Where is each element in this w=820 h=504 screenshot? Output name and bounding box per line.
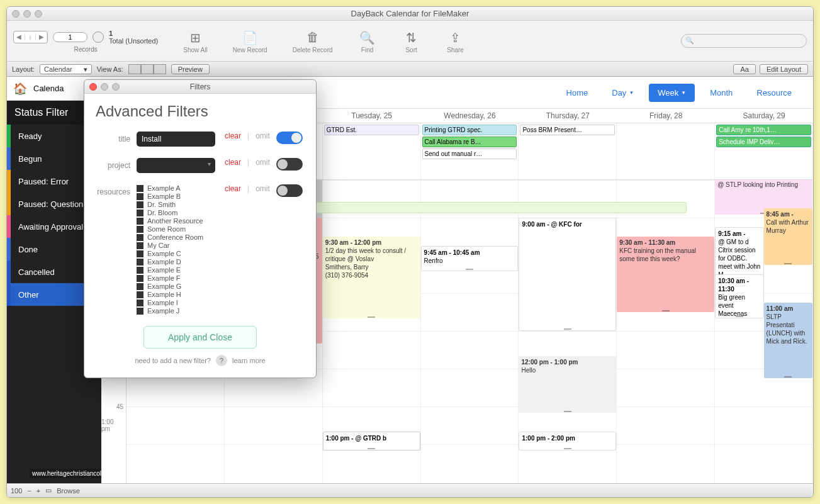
layout-select[interactable]: Calendar bbox=[40, 64, 92, 74]
resource-item[interactable]: Dr. Bloom bbox=[137, 209, 218, 216]
time-label: 45 bbox=[116, 403, 123, 410]
day-column: 9:45 am - 10:45 amRenfro bbox=[421, 180, 519, 483]
filter-row-label: project bbox=[96, 158, 130, 170]
browse-mode[interactable]: Browse bbox=[57, 487, 80, 495]
allday-event[interactable]: Schedule IMP Deliv… bbox=[716, 137, 811, 147]
aa-button[interactable]: Aa bbox=[733, 64, 755, 74]
day-header: Tuesday, 25 bbox=[323, 109, 421, 123]
share-button[interactable]: ⇪Share bbox=[446, 29, 465, 53]
day-header: Wednesday, 26 bbox=[421, 109, 519, 123]
filter-row-label: resources bbox=[96, 184, 130, 196]
calendar-event[interactable]: 11:00 amSLTP Presentati (LUNCH) with Mic… bbox=[764, 303, 812, 378]
resource-item[interactable]: Conference Room bbox=[137, 233, 218, 241]
resource-item[interactable]: Example E bbox=[137, 266, 218, 274]
day-header: Saturday, 29 bbox=[715, 109, 813, 123]
zoom-value[interactable]: 100 bbox=[11, 487, 22, 495]
allday-event[interactable]: GTRD Est. bbox=[324, 125, 419, 135]
resource-item[interactable]: Dr. Smith bbox=[137, 201, 218, 208]
calendar-event[interactable]: 9:30 am - 12:00 pm1/2 day this week to c… bbox=[323, 237, 420, 318]
show-all-button[interactable]: ⊞Show All bbox=[183, 29, 207, 53]
zoom-in-icon[interactable]: + bbox=[37, 487, 40, 495]
filter-title: Filters bbox=[84, 82, 316, 91]
day-column: 9:30 am - 11:30 amKFC training on the ma… bbox=[617, 180, 715, 483]
resource-item[interactable]: Some Room bbox=[137, 225, 218, 233]
close-icon[interactable] bbox=[12, 10, 20, 18]
traffic-lights bbox=[7, 10, 42, 18]
day-column: 9:00 am - @ KFC for12:00 pm - 1:00 pmHel… bbox=[519, 180, 617, 483]
filter-resource-list: Example AExample BDr. SmithDr. BloomAnot… bbox=[137, 184, 218, 315]
learn-more-link[interactable]: learn more bbox=[232, 357, 266, 364]
zoom-icon[interactable] bbox=[35, 10, 42, 18]
bottom-status-bar: 100 − + ▭ Browse bbox=[7, 483, 813, 497]
main-toolbar: ◀⟊▶ 1 1 Total (Unsorted) Records ⊞Show A… bbox=[7, 21, 813, 62]
allday-event[interactable]: Poss BRM Present… bbox=[520, 125, 615, 135]
filter-title-input[interactable] bbox=[137, 132, 215, 147]
filter-row-label: title bbox=[96, 132, 130, 143]
calendar-event[interactable]: 8:45 am -Call with Arthur Murray bbox=[764, 208, 812, 265]
resource-item[interactable]: Example F bbox=[137, 274, 218, 282]
nav-resource[interactable]: Resource bbox=[748, 84, 800, 102]
records-group: ◀⟊▶ 1 1 Total (Unsorted) Records bbox=[13, 30, 158, 53]
resource-item[interactable]: Example I bbox=[137, 299, 218, 306]
toggle-panel-icon[interactable]: ▭ bbox=[45, 486, 52, 495]
filter-clear[interactable]: clear bbox=[225, 184, 241, 193]
calendar-event[interactable]: 9:45 am - 10:45 amRenfro bbox=[421, 246, 519, 271]
resource-item[interactable]: Another Resource bbox=[137, 217, 218, 225]
allday-col: Call Amy re 10th,1…Schedule IMP Deliv… bbox=[715, 123, 813, 179]
resource-item[interactable]: Example D bbox=[137, 258, 218, 266]
toolbar-search[interactable] bbox=[681, 34, 807, 48]
new-record-button[interactable]: 📄New Record bbox=[233, 29, 267, 53]
window-title: DayBack Calendar for FileMaker bbox=[7, 9, 813, 18]
calendar-event[interactable]: 1:00 pm - @ GTRD b bbox=[323, 432, 420, 451]
allday-col bbox=[617, 123, 715, 179]
filter-omit-toggle[interactable] bbox=[276, 132, 303, 144]
filter-rows: title clear | omit project clear | omit … bbox=[96, 132, 305, 315]
nav-day[interactable]: Day ▼ bbox=[603, 84, 643, 102]
calendar-event[interactable]: 12:00 pm - 1:00 pmHello bbox=[519, 356, 616, 413]
resource-item[interactable]: Example H bbox=[137, 291, 218, 298]
view-as-buttons[interactable] bbox=[128, 64, 166, 74]
titlebar: DayBack Calendar for FileMaker bbox=[7, 7, 813, 21]
resource-item[interactable]: Example B bbox=[137, 193, 218, 200]
calendar-event[interactable]: 9:30 am - 11:30 amKFC training on the ma… bbox=[617, 237, 714, 312]
filter-clear[interactable]: clear bbox=[225, 132, 241, 140]
allday-event[interactable]: Send out manual r… bbox=[422, 148, 517, 159]
day-header: Friday, 28 bbox=[617, 109, 715, 123]
allday-col: GTRD Est. bbox=[323, 123, 421, 179]
allday-event[interactable]: Call Amy re 10th,1… bbox=[716, 125, 811, 135]
minimize-icon[interactable] bbox=[23, 10, 31, 18]
resource-item[interactable]: Example A bbox=[137, 184, 218, 192]
calendar-event[interactable]: 10:30 am - 11:30Big green event Maecenas… bbox=[715, 274, 763, 318]
filter-omit-label: omit bbox=[256, 132, 270, 140]
nav-week[interactable]: Week ▼ bbox=[649, 84, 695, 102]
find-button[interactable]: 🔍Find bbox=[358, 29, 377, 53]
calendar-event[interactable]: 1:00 pm - 2:00 pm bbox=[519, 432, 616, 451]
home-icon[interactable]: 🏠 bbox=[13, 82, 27, 96]
calendar-nav: HomeDay ▼Week ▼MonthResource bbox=[558, 84, 800, 102]
preview-button[interactable]: Preview bbox=[171, 64, 210, 74]
calendar-tab[interactable]: Calenda bbox=[33, 84, 64, 93]
resource-item[interactable]: Example C bbox=[137, 250, 218, 257]
calendar-event[interactable]: 9:15 am -@ GM to d Citrix session for OD… bbox=[715, 227, 763, 277]
help-icon[interactable]: ? bbox=[216, 355, 227, 366]
resource-item[interactable]: Example G bbox=[137, 283, 218, 290]
record-nav[interactable]: ◀⟊▶ bbox=[13, 31, 48, 43]
apply-close-button[interactable]: Apply and Close bbox=[143, 326, 257, 349]
edit-layout-button[interactable]: Edit Layout bbox=[760, 64, 808, 74]
nav-home[interactable]: Home bbox=[558, 84, 597, 102]
allday-event[interactable]: Printing GTRD spec. bbox=[422, 125, 517, 135]
nav-month[interactable]: Month bbox=[701, 84, 741, 102]
sort-button[interactable]: ⇅Sort bbox=[402, 29, 421, 53]
filter-clear[interactable]: clear bbox=[225, 158, 241, 167]
allday-event[interactable]: Call Alabama re B… bbox=[422, 137, 517, 147]
calendar-event[interactable]: 9:00 am - @ KFC for bbox=[519, 218, 616, 331]
filter-omit-toggle[interactable] bbox=[276, 184, 303, 197]
resource-item[interactable]: My Car bbox=[137, 242, 218, 249]
record-slider[interactable]: 1 bbox=[53, 32, 87, 42]
filter-project-select[interactable] bbox=[137, 158, 215, 173]
resource-item[interactable]: Example J bbox=[137, 307, 218, 315]
filter-omit-toggle[interactable] bbox=[276, 158, 303, 171]
delete-record-button[interactable]: 🗑Delete Record bbox=[293, 29, 333, 53]
zoom-out-icon[interactable]: − bbox=[27, 487, 31, 495]
layout-bar: Layout: Calendar View As: Preview Aa Edi… bbox=[7, 62, 813, 77]
